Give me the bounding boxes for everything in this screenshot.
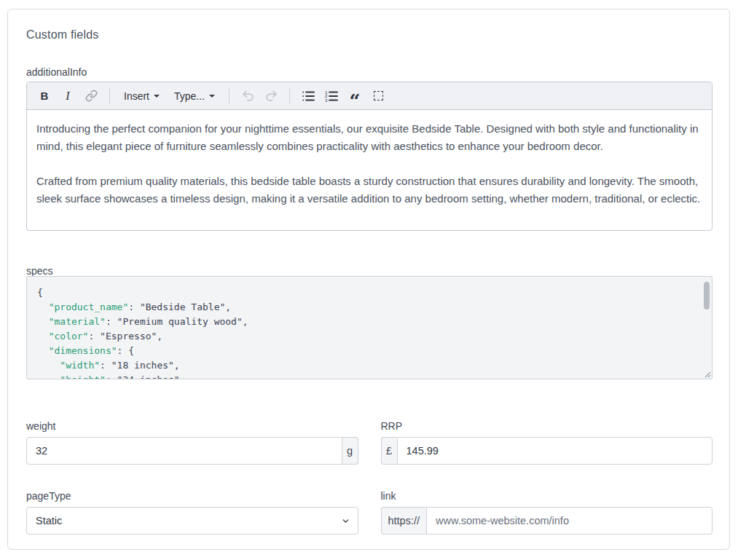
link-input-group: https:// bbox=[381, 507, 713, 535]
code-block-button[interactable] bbox=[368, 86, 388, 106]
currency-addon: £ bbox=[381, 437, 397, 465]
specs-textarea[interactable]: { "product_name": "Bedside Table", "mate… bbox=[26, 276, 713, 379]
specs-code: { "product_name": "Bedside Table", "mate… bbox=[27, 277, 712, 379]
weight-input-group: g bbox=[26, 437, 358, 465]
weight-unit-addon: g bbox=[342, 437, 358, 465]
redo-icon bbox=[264, 89, 278, 103]
blockquote-button[interactable]: “ bbox=[345, 86, 365, 106]
numbered-list-button[interactable]: 1 2 3 bbox=[321, 86, 342, 106]
svg-text:3: 3 bbox=[325, 98, 328, 103]
bullet-list-icon bbox=[301, 89, 315, 103]
link-icon bbox=[85, 90, 98, 102]
bullet-list-button[interactable] bbox=[298, 86, 318, 106]
specs-label: specs bbox=[26, 265, 53, 277]
italic-button[interactable]: I bbox=[58, 86, 78, 106]
card-title: Custom fields bbox=[26, 28, 99, 42]
rrp-label: RRP bbox=[381, 420, 713, 432]
rrp-input-group: £ bbox=[381, 437, 713, 465]
scrollbar-thumb[interactable] bbox=[704, 282, 710, 309]
chevron-down-icon bbox=[209, 95, 215, 98]
type-dropdown[interactable]: Type... bbox=[168, 86, 221, 106]
link-label: link bbox=[381, 490, 713, 502]
editor-content-area[interactable]: Introducing the perfect companion for yo… bbox=[27, 110, 712, 231]
undo-button[interactable] bbox=[238, 86, 258, 106]
page-type-label: pageType bbox=[26, 490, 358, 502]
blockquote-icon: “ bbox=[350, 98, 361, 105]
editor-toolbar: B I Insert Type... bbox=[27, 82, 712, 110]
redo-button[interactable] bbox=[261, 86, 281, 106]
rrp-input[interactable] bbox=[397, 437, 713, 465]
undo-icon bbox=[241, 89, 255, 103]
type-dropdown-label: Type... bbox=[174, 90, 205, 102]
page-type-select[interactable]: Static bbox=[26, 507, 358, 535]
editor-paragraph: Introducing the perfect companion for yo… bbox=[36, 120, 702, 155]
protocol-addon: https:// bbox=[381, 507, 427, 535]
toolbar-divider bbox=[289, 88, 290, 104]
numbered-list-icon: 1 2 3 bbox=[324, 89, 339, 103]
weight-label: weight bbox=[26, 420, 358, 432]
additional-info-label: additionalInfo bbox=[26, 66, 87, 78]
insert-dropdown-label: Insert bbox=[124, 90, 149, 102]
custom-fields-card: Custom fields additionalInfo B I Insert bbox=[7, 9, 730, 550]
rich-text-editor: B I Insert Type... bbox=[26, 82, 713, 231]
page-type-select-wrap: Static bbox=[26, 507, 358, 535]
bold-button[interactable]: B bbox=[34, 86, 55, 106]
weight-input[interactable] bbox=[26, 437, 342, 465]
toolbar-divider bbox=[109, 88, 110, 104]
insert-dropdown[interactable]: Insert bbox=[118, 86, 165, 106]
resize-handle-icon[interactable] bbox=[704, 371, 711, 378]
chevron-down-icon bbox=[154, 95, 160, 98]
editor-paragraph: Crafted from premium quality materials, … bbox=[36, 173, 702, 208]
toolbar-divider bbox=[229, 88, 229, 104]
link-button[interactable] bbox=[81, 86, 101, 106]
dashed-square-icon bbox=[374, 91, 383, 100]
link-input[interactable] bbox=[426, 507, 713, 535]
